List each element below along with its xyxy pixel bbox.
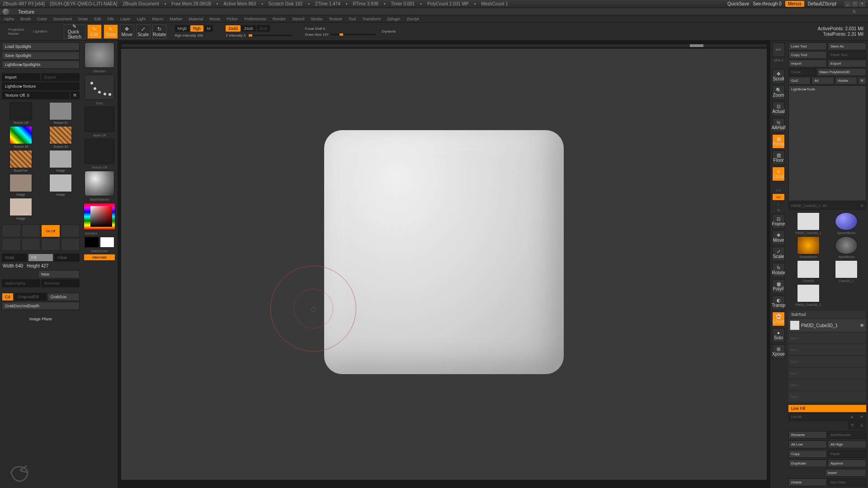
brush-standard-thumb[interactable] bbox=[85, 42, 114, 68]
clone-button[interactable]: Clone bbox=[788, 68, 816, 76]
rgb-button[interactable]: Rgb bbox=[190, 25, 203, 32]
copy-button[interactable]: Copy bbox=[788, 450, 827, 458]
save-as-button[interactable]: Save As bbox=[828, 42, 866, 50]
menu-draw[interactable]: Draw bbox=[78, 17, 88, 21]
menu-marker[interactable]: Marker bbox=[170, 17, 182, 21]
menu-brush[interactable]: Brush bbox=[20, 17, 31, 21]
persp-button[interactable]: ▦Persp bbox=[772, 134, 785, 149]
goz-button[interactable]: GoZ bbox=[788, 77, 811, 84]
export-button[interactable]: Export bbox=[41, 73, 80, 81]
move-view-button[interactable]: ✥Move bbox=[772, 230, 785, 245]
texture-thumb-5[interactable] bbox=[49, 150, 72, 168]
tool-cell-1[interactable] bbox=[22, 225, 41, 237]
linefill-header[interactable]: Line Fill bbox=[788, 405, 866, 412]
image-plane-button[interactable]: Image Plane bbox=[2, 315, 80, 323]
axis-dot-icon[interactable]: ⊙ bbox=[777, 208, 780, 212]
bpr-button[interactable]: BPR bbox=[772, 42, 785, 57]
all-high-button[interactable]: All High bbox=[828, 441, 866, 448]
tool-thumb-3[interactable] bbox=[835, 236, 858, 254]
import-button[interactable]: Import bbox=[2, 73, 40, 81]
draw-size-slider[interactable]: Draw Size 197 bbox=[305, 33, 329, 37]
insert-button[interactable]: Insert bbox=[825, 469, 866, 477]
zoom-button[interactable]: 🔍Zoom bbox=[772, 85, 785, 100]
subtool-slot-4[interactable]: Slot 5 bbox=[788, 380, 866, 390]
subtool-slot-0[interactable]: Slot 1 bbox=[788, 333, 866, 343]
paste-tool-button[interactable]: Paste Tool bbox=[828, 51, 866, 59]
lightbox-texture-button[interactable]: Lightbox▸Texture bbox=[2, 82, 80, 90]
arrow-up2-icon[interactable]: ⇈ bbox=[848, 422, 857, 429]
texture-thumb-4[interactable] bbox=[9, 150, 32, 168]
lightbox-spotlights-button[interactable]: Lightbox▸Spotlights bbox=[2, 61, 80, 69]
lightbox-tools-button[interactable]: Lightbox▸Tools bbox=[788, 85, 866, 201]
alternate-button[interactable]: Alternate bbox=[84, 254, 115, 260]
stroke-dots-thumb[interactable] bbox=[85, 75, 114, 100]
quicksave-button[interactable]: QuickSave bbox=[727, 1, 749, 6]
local-button[interactable]: ⊕Local bbox=[772, 167, 785, 181]
goz-all-button[interactable]: All bbox=[811, 77, 834, 84]
load-tool-button[interactable]: Load Tool bbox=[788, 42, 827, 50]
spix-value[interactable]: SPix 3 bbox=[774, 59, 783, 62]
append-button[interactable]: Append bbox=[828, 460, 866, 467]
menu-light[interactable]: Light bbox=[137, 17, 146, 21]
tool-cell-7[interactable] bbox=[61, 238, 80, 251]
menu-color[interactable]: Color bbox=[38, 17, 47, 21]
tool-cell-6[interactable] bbox=[41, 238, 60, 251]
load-spotlight-button[interactable]: Load Spotlight bbox=[2, 42, 80, 51]
all-low-button[interactable]: All Low bbox=[788, 441, 827, 448]
make-polymesh-button[interactable]: Make PolyMesh3D bbox=[817, 68, 866, 76]
texture-thumb[interactable] bbox=[85, 139, 114, 164]
rgb-intensity-slider[interactable]: Rgb Intensity 100 bbox=[175, 33, 213, 38]
menu-document[interactable]: Document bbox=[53, 17, 72, 21]
tool-thumb-0[interactable] bbox=[797, 212, 820, 230]
onoff-button[interactable]: On Off bbox=[41, 225, 60, 237]
texture-thumb-2[interactable] bbox=[9, 126, 32, 144]
menu-stroke[interactable]: Stroke bbox=[311, 17, 322, 21]
paste-button[interactable]: Paste bbox=[828, 450, 866, 458]
subtool-header[interactable]: SubTool bbox=[788, 311, 866, 318]
goz-visible-button[interactable]: Visible bbox=[835, 77, 857, 84]
current-tool-label[interactable]: PM3D_Cube3D_1. 49 bbox=[788, 202, 857, 210]
subtool-slot-1[interactable]: Slot 2 bbox=[788, 344, 866, 355]
menu-tool[interactable]: Tool bbox=[349, 17, 356, 21]
seethrough-slider[interactable]: See-through 0 bbox=[753, 1, 781, 6]
viewport[interactable]: ◯ bbox=[121, 49, 767, 480]
grabdocdepth-button[interactable]: GrabDocAndDepth bbox=[2, 302, 80, 310]
mrgb-button[interactable]: Mrgb bbox=[175, 25, 190, 32]
arrow-up-icon[interactable]: ▲ bbox=[847, 413, 856, 421]
material-thumb[interactable] bbox=[85, 171, 114, 196]
floor-button[interactable]: ▥Floor bbox=[772, 150, 785, 165]
tool-cell-0[interactable] bbox=[2, 225, 21, 237]
duplicate-button[interactable]: Duplicate bbox=[788, 460, 827, 467]
menu-edit[interactable]: Edit bbox=[94, 17, 101, 21]
tool-thumb-4[interactable] bbox=[797, 260, 820, 278]
dynamic-label[interactable]: Dynamic bbox=[382, 29, 396, 33]
menu-file[interactable]: File bbox=[108, 17, 114, 21]
axis-arrow-icon[interactable]: ↓ bbox=[778, 202, 779, 206]
tool-thumb-5[interactable] bbox=[835, 260, 858, 278]
texture-thumb-7[interactable] bbox=[49, 174, 72, 192]
minimize-icon[interactable]: _ bbox=[844, 1, 851, 7]
menu-transform[interactable]: Transform bbox=[362, 17, 381, 21]
width-value[interactable]: Width 640 bbox=[3, 263, 23, 268]
arrow-down-icon[interactable]: ▼ bbox=[857, 413, 866, 421]
visibility-icon[interactable]: 👁 bbox=[860, 323, 864, 328]
subtool-slot-3[interactable]: Slot 4 bbox=[788, 368, 866, 379]
goz-r-button[interactable]: R bbox=[858, 77, 866, 84]
import-tool-button[interactable]: Import bbox=[788, 60, 827, 67]
tool-thumb-1[interactable] bbox=[835, 212, 858, 230]
texture-thumb-3[interactable] bbox=[49, 126, 72, 144]
tool-cell-5[interactable] bbox=[22, 238, 41, 251]
polyf-button[interactable]: ▦PolyF bbox=[772, 279, 785, 294]
new-button[interactable]: New bbox=[38, 270, 80, 278]
rename-button[interactable]: Rename bbox=[788, 431, 827, 439]
fill-button[interactable]: Fill bbox=[28, 253, 53, 262]
cropfill-button[interactable]: CropAndFill bbox=[14, 293, 47, 301]
zadd-button[interactable]: Zadd bbox=[226, 25, 241, 32]
refresh-icon[interactable]: ↻ bbox=[853, 9, 856, 14]
arrow-down2-icon[interactable]: ⇊ bbox=[858, 422, 866, 429]
menu-zscript[interactable]: Zscript bbox=[407, 17, 419, 21]
scroll-button[interactable]: ✥Scroll bbox=[772, 69, 785, 84]
subtool-item[interactable]: PM3D_Cube3D_1 👁 bbox=[788, 319, 866, 332]
rotate-button[interactable]: ↻Rotate bbox=[152, 24, 167, 39]
lc-button[interactable]: L.C bbox=[776, 188, 781, 192]
